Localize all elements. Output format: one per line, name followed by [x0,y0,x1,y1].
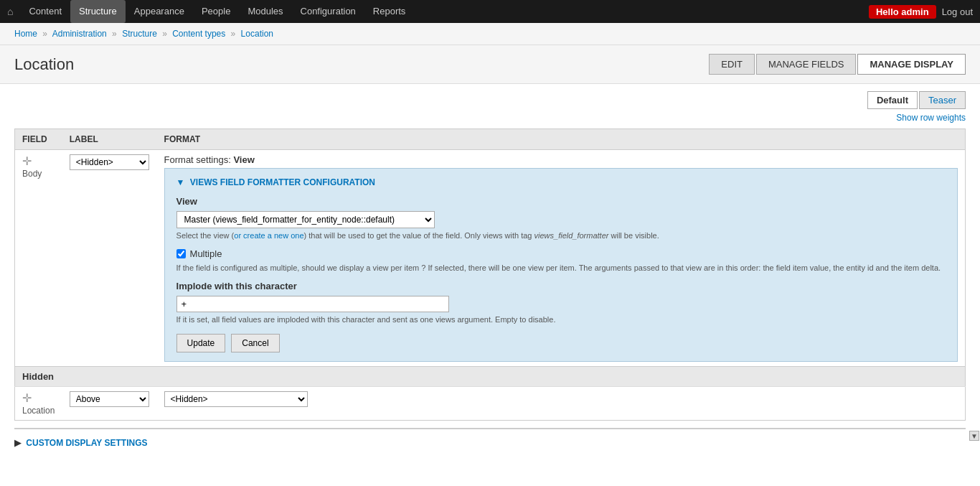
location-label-cell: Above Inline Hidden Visually hidden [62,387,157,421]
format-settings-text: Format settings: [164,154,234,165]
view-select[interactable]: Master (views_field_formatter_for_entity… [176,211,435,228]
scrollbar-area: ▼ [969,431,980,441]
help-after: ) that will be used to get the value of … [304,231,534,240]
location-format-row: <Hidden> Default Teaser [164,391,958,407]
breadcrumb-content-types[interactable]: Content types [172,29,225,39]
breadcrumb-administration[interactable]: Administration [52,29,107,39]
custom-display-label: CUSTOM DISPLAY SETTINGS [26,438,147,448]
hello-text: Hello [876,6,901,17]
table-row-hidden-section: Hidden [15,367,966,387]
hello-badge: Hello admin [869,5,936,19]
triangle-icon: ▼ [176,177,185,187]
manage-display-button[interactable]: MANAGE DISPLAY [857,54,966,75]
custom-display-toggle[interactable]: ▶ CUSTOM DISPLAY SETTINGS [14,438,966,448]
edit-button[interactable]: EDIT [709,54,755,75]
col-format: FORMAT [157,129,966,150]
manage-fields-button[interactable]: MANAGE FIELDS [756,54,856,75]
vff-config-title: VIEWS FIELD FORMATTER CONFIGURATION [190,177,375,187]
view-section: View Master (views_field_formatter_for_e… [176,196,946,240]
body-format-cell: Format settings: View ▼ VIEWS FIELD FORM… [157,150,966,367]
location-label-select[interactable]: Above Inline Hidden Visually hidden [70,391,149,407]
page-title: Location [14,55,74,74]
top-navigation: ⌂ Content Structure Appearance People Mo… [0,0,980,23]
breadcrumb-home[interactable]: Home [14,29,37,39]
scroll-down-arrow[interactable]: ▼ [969,431,979,441]
format-settings-value: View [233,154,254,165]
nav-modules[interactable]: Modules [239,0,291,23]
table-row-location: ✛ Location Above Inline Hidden Visually … [15,387,966,421]
username: admin [901,6,928,17]
implode-section: Implode with this character If it is set… [176,281,946,324]
nav-structure[interactable]: Structure [70,0,126,23]
nav-items: Content Structure Appearance People Modu… [20,0,868,23]
content-area: Default Teaser Show row weights FIELD LA… [0,84,980,455]
drag-handle-location[interactable]: ✛ [22,391,32,405]
update-button[interactable]: Update [176,334,226,352]
config-action-buttons: Update Cancel [176,334,946,352]
nav-people[interactable]: People [193,0,239,23]
body-label-select[interactable]: <Hidden> Above Inline Visually hidden [70,154,149,170]
breadcrumb-sep-4: » [231,29,236,39]
hidden-section-label: Hidden [15,367,966,387]
tab-teaser[interactable]: Teaser [919,91,966,109]
body-field-name: Body [22,169,42,179]
multiple-label: Multiple [190,248,222,259]
custom-display-footer: ▶ CUSTOM DISPLAY SETTINGS [14,428,966,448]
nav-configuration[interactable]: Configuration [292,0,364,23]
create-new-link[interactable]: or create a new one [234,231,303,240]
body-field-cell: ✛ Body [15,150,62,367]
table-row-body: ✛ Body <Hidden> Above Inline Visually hi… [15,150,966,367]
vff-config-header[interactable]: ▼ VIEWS FIELD FORMATTER CONFIGURATION [176,177,946,187]
fields-table: FIELD LABEL FORMAT ✛ Body <Hidden> Above… [14,128,966,421]
implode-label: Implode with this character [176,281,946,291]
home-icon[interactable]: ⌂ [7,6,13,17]
col-label: LABEL [62,129,157,150]
format-settings-label: Format settings: View [164,154,958,165]
user-info: Hello admin Log out [869,5,973,19]
location-field-name: Location [22,406,55,416]
breadcrumb-sep-2: » [112,29,117,39]
help-end: will be visible. [608,231,659,240]
body-label-cell: <Hidden> Above Inline Visually hidden [62,150,157,367]
breadcrumb-sep-1: » [42,29,47,39]
nav-content[interactable]: Content [20,0,70,23]
breadcrumb-structure[interactable]: Structure [122,29,157,39]
header-actions: EDIT MANAGE FIELDS MANAGE DISPLAY [709,54,966,75]
page-header: Location EDIT MANAGE FIELDS MANAGE DISPL… [0,45,980,84]
multiple-checkbox[interactable] [176,249,186,258]
location-field-cell: ✛ Location [15,387,62,421]
view-help: Select the view (or create a new one) th… [176,231,946,240]
nav-reports[interactable]: Reports [364,0,415,23]
drag-handle-body[interactable]: ✛ [22,154,32,168]
implode-input[interactable] [176,296,449,312]
multiple-section: Multiple If the field is configured as m… [176,248,946,272]
col-field: FIELD [15,129,62,150]
implode-help: If it is set, all field values are implo… [176,315,946,324]
help-before: Select the view ( [176,231,235,240]
table-header: FIELD LABEL FORMAT [15,129,966,150]
breadcrumb-location[interactable]: Location [241,29,273,39]
view-label: View [176,196,946,207]
table-body: ✛ Body <Hidden> Above Inline Visually hi… [15,150,966,421]
breadcrumb: Home » Administration » Structure » Cont… [0,23,980,45]
show-row-weights-link[interactable]: Show row weights [14,113,966,123]
display-tabs: Default Teaser [14,91,966,109]
nav-appearance[interactable]: Appearance [126,0,193,23]
multiple-description: If the field is configured as multiple, … [176,263,946,272]
location-format-select[interactable]: <Hidden> Default Teaser [164,391,308,407]
tab-default[interactable]: Default [867,91,918,109]
breadcrumb-sep-3: » [162,29,167,39]
vff-config-panel: ▼ VIEWS FIELD FORMATTER CONFIGURATION Vi… [164,168,958,362]
logout-link[interactable]: Log out [942,6,973,17]
multiple-checkbox-row: Multiple [176,248,946,259]
tag-text: views_field_formatter [534,231,609,240]
cancel-button[interactable]: Cancel [231,334,279,352]
location-format-cell: <Hidden> Default Teaser [157,387,966,421]
triangle-icon-custom: ▶ [14,438,21,448]
